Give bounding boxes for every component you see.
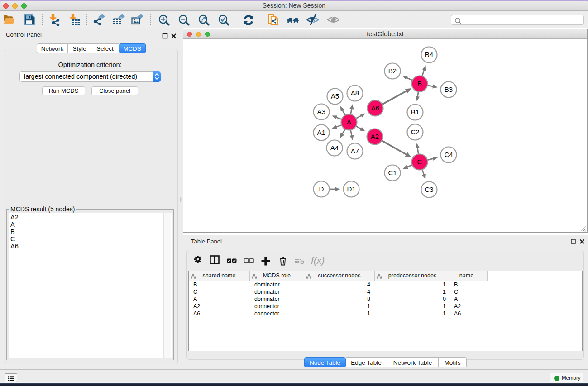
svg-text:D: D: [319, 185, 324, 193]
svg-text:A2: A2: [371, 133, 379, 140]
svg-text:B3: B3: [445, 86, 453, 93]
svg-text:B: B: [417, 80, 422, 87]
svg-text:A: A: [347, 118, 351, 126]
svg-text:B4: B4: [425, 51, 433, 58]
svg-text:A3: A3: [317, 108, 325, 115]
svg-text:A8: A8: [351, 89, 359, 97]
svg-text:C2: C2: [411, 128, 419, 136]
svg-text:f(x): f(x): [311, 256, 325, 266]
svg-text:C3: C3: [425, 186, 433, 193]
svg-text:C: C: [417, 158, 422, 166]
svg-text:A7: A7: [351, 147, 359, 155]
svg-text:C1: C1: [388, 169, 397, 176]
svg-text:A4: A4: [330, 144, 339, 152]
svg-text:A5: A5: [331, 92, 339, 100]
svg-text:A1: A1: [317, 129, 325, 136]
svg-text:C4: C4: [444, 151, 453, 158]
svg-text:A6: A6: [371, 104, 379, 112]
svg-text:D1: D1: [347, 185, 355, 193]
svg-text:B2: B2: [388, 67, 397, 75]
svg-text:B1: B1: [411, 108, 419, 116]
